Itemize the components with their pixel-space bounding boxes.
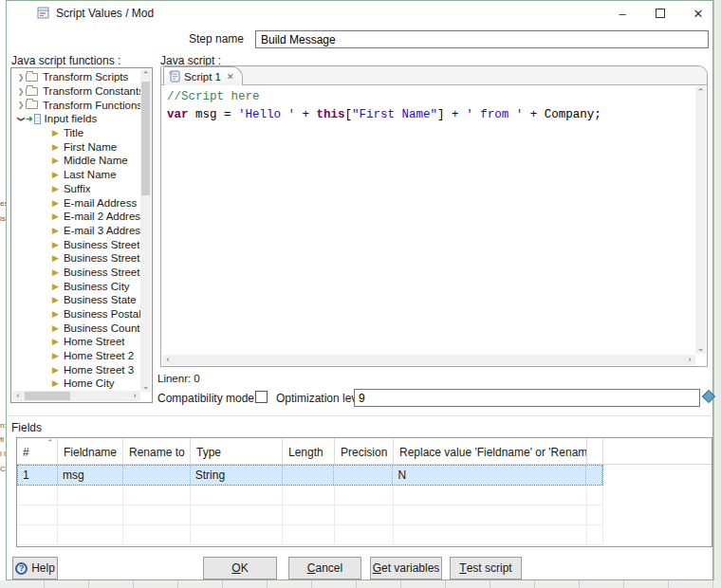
table-cell[interactable] (394, 505, 587, 525)
table-cell[interactable] (58, 505, 123, 525)
tree-item-home-city[interactable]: ▶Home City (12, 377, 141, 389)
table-cell[interactable] (283, 466, 335, 485)
table-cell[interactable] (586, 466, 602, 485)
column-header-precision[interactable]: Precision (335, 438, 394, 465)
table-cell[interactable]: N (393, 466, 586, 485)
tree-item-first-name[interactable]: ▶First Name (12, 139, 141, 154)
table-cell[interactable] (394, 525, 587, 545)
column-header-replace-value-fieldname-or-rename-to[interactable]: Replace value 'Fieldname' or 'Rename to' (394, 438, 587, 465)
scroll-down-icon[interactable]: ⌄ (140, 381, 151, 391)
minimize-button[interactable]: – (603, 1, 641, 26)
tree-horizontal-scrollbar[interactable]: ‹ › (12, 391, 140, 401)
get-variables-button[interactable]: Get variables (370, 557, 442, 579)
tree-item-middle-name[interactable]: ▶Middle Name (12, 154, 141, 168)
table-cell[interactable] (587, 525, 603, 545)
tree-item-last-name[interactable]: ▶Last Name (12, 168, 141, 182)
scroll-up-icon[interactable]: ⌃ (695, 87, 706, 97)
tree-item-suffix[interactable]: ▶Suffix (12, 182, 141, 196)
scroll-up-icon[interactable]: ⌃ (140, 70, 151, 80)
table-cell[interactable] (191, 486, 283, 505)
tree-item-transform-functions[interactable]: ❯Transform Functions (12, 98, 141, 112)
editor-horizontal-scrollbar[interactable]: ‹ › (162, 355, 695, 365)
tree-item-e-mail-address[interactable]: ▶E-mail Address (12, 195, 141, 210)
table-empty-row[interactable] (17, 486, 603, 505)
table-cell[interactable] (58, 486, 123, 505)
scroll-left-icon[interactable]: ‹ (13, 391, 23, 401)
maximize-button[interactable] (641, 1, 679, 26)
table-cell[interactable] (587, 486, 603, 505)
variable-icon[interactable] (702, 390, 715, 403)
table-cell[interactable] (58, 525, 123, 545)
test-script-button[interactable]: Test script (450, 557, 522, 579)
table-cell[interactable] (283, 505, 335, 525)
tree-vertical-scrollbar[interactable]: ⌃ ⌄ (140, 69, 151, 392)
tree-item-business-street-2[interactable]: ▶Business Street 2 (12, 251, 141, 266)
tab-script-1[interactable]: Script 1 ✕ (163, 66, 243, 85)
tree-item-home-street-2[interactable]: ▶Home Street 2 (12, 349, 141, 363)
table-cell[interactable]: msg (58, 466, 123, 485)
table-cell[interactable] (123, 525, 191, 545)
title-bar[interactable]: Script Values / Mod – ✕ (7, 1, 712, 26)
tab-close-icon[interactable]: ✕ (227, 72, 234, 82)
table-cell[interactable] (587, 505, 603, 525)
table-cell[interactable] (17, 486, 58, 505)
ok-button[interactable]: OK (203, 557, 277, 579)
table-cell[interactable] (335, 525, 394, 545)
script-editor[interactable]: //Script herevar msg = 'Hello ' + this["… (162, 86, 693, 354)
tree-item-home-street-3[interactable]: ▶Home Street 3 (12, 362, 141, 377)
chevron-collapsed-icon[interactable]: ❯ (16, 73, 26, 82)
step-name-input[interactable] (255, 30, 709, 48)
tree-item-e-mail-2-address[interactable]: ▶E-mail 2 Address (12, 210, 141, 224)
table-cell[interactable] (123, 505, 191, 525)
editor-vertical-scrollbar[interactable]: ⌃ ⌄ (695, 86, 706, 354)
tree-item-business-country[interactable]: ▶Business Country (12, 321, 141, 335)
table-row[interactable]: 1msgStringN (17, 465, 603, 486)
chevron-collapsed-icon[interactable]: ❯ (16, 87, 26, 96)
scroll-right-icon[interactable]: › (685, 355, 694, 365)
table-cell[interactable] (123, 486, 191, 505)
cancel-button[interactable]: Cancel (288, 557, 361, 579)
column-header-blank[interactable] (587, 438, 603, 465)
table-cell[interactable] (123, 466, 191, 485)
column-header-length[interactable]: Length (283, 438, 335, 465)
table-cell[interactable] (17, 505, 58, 525)
scroll-right-icon[interactable]: › (130, 391, 139, 401)
chevron-collapsed-icon[interactable]: ❯ (16, 101, 26, 109)
sort-asc-icon[interactable]: ˆ (48, 439, 51, 450)
tree-item-home-street[interactable]: ▶Home Street (12, 335, 141, 349)
table-cell[interactable] (17, 525, 58, 545)
column-header-blank[interactable]: # (17, 438, 58, 465)
table-cell[interactable] (335, 505, 394, 525)
table-cell[interactable] (191, 505, 283, 525)
chevron-expanded-icon[interactable]: ❯ (17, 114, 26, 123)
tree-item-business-street[interactable]: ▶Business Street (12, 237, 141, 251)
table-cell[interactable] (283, 486, 335, 505)
scroll-down-icon[interactable]: ⌄ (695, 343, 706, 353)
scrollbar-thumb[interactable] (25, 392, 70, 400)
table-cell[interactable] (191, 525, 283, 545)
tree-item-business-postal-co[interactable]: ▶Business Postal Co (12, 307, 141, 322)
table-cell[interactable] (394, 486, 587, 505)
table-cell[interactable] (335, 486, 394, 505)
close-button[interactable]: ✕ (679, 1, 717, 26)
column-header-fieldname[interactable]: Fieldname (58, 438, 123, 465)
optimization-level-input[interactable] (354, 389, 700, 407)
table-cell[interactable] (283, 525, 335, 545)
column-header-rename-to[interactable]: Rename to (123, 438, 191, 465)
table-empty-row[interactable] (17, 525, 603, 545)
column-header-type[interactable]: Type (191, 438, 283, 465)
table-cell[interactable]: String (191, 466, 283, 485)
scrollbar-thumb[interactable] (141, 82, 150, 195)
tree-item-title[interactable]: ▶Title (12, 126, 141, 140)
tree-item-business-street-3[interactable]: ▶Business Street 3 (12, 266, 141, 280)
table-empty-row[interactable] (17, 505, 603, 525)
tree-item-transform-scripts[interactable]: ❯Transform Scripts (12, 70, 141, 84)
tree-item-business-city[interactable]: ▶Business City (12, 279, 141, 293)
table-cell[interactable]: 1 (18, 466, 58, 485)
compatibility-mode-checkbox[interactable] (255, 391, 268, 403)
tree-item-business-state[interactable]: ▶Business State (12, 293, 141, 307)
tree-item-e-mail-3-address[interactable]: ▶E-mail 3 Address (12, 224, 141, 238)
tree-item-transform-constants[interactable]: ❯Transform Constants (12, 84, 141, 99)
table-cell[interactable] (334, 466, 393, 485)
tree-item-input-fields[interactable]: ❯➜Input fields (12, 112, 141, 126)
